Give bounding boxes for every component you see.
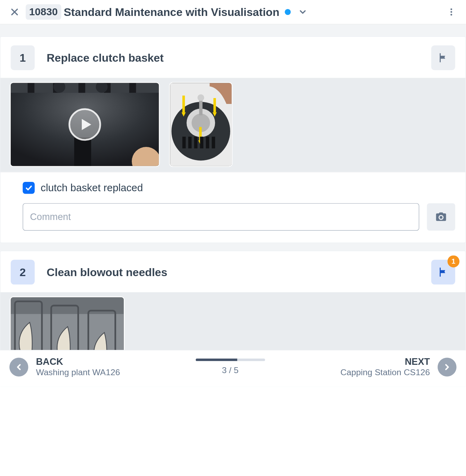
chevron-down-icon xyxy=(298,7,307,17)
comment-row xyxy=(23,203,455,231)
flag-button[interactable]: 1 xyxy=(431,260,455,285)
progress-fill xyxy=(196,359,237,361)
expand-button[interactable] xyxy=(296,6,309,18)
step-number: 2 xyxy=(11,260,35,285)
flag-icon xyxy=(437,266,449,278)
checkbox[interactable] xyxy=(23,182,35,194)
play-button[interactable] xyxy=(68,108,101,141)
svg-rect-31 xyxy=(188,136,192,148)
back-label: BACK xyxy=(36,356,120,368)
comment-input[interactable] xyxy=(23,203,419,231)
svg-point-4 xyxy=(450,14,452,16)
svg-point-23 xyxy=(198,94,204,101)
status-dot xyxy=(285,9,291,15)
clutch-assembly-image xyxy=(170,83,232,166)
svg-rect-9 xyxy=(78,83,85,93)
back-button[interactable] xyxy=(9,358,28,376)
flag-count-badge: 1 xyxy=(448,255,460,267)
svg-rect-11 xyxy=(129,83,136,93)
svg-rect-28 xyxy=(214,98,216,112)
svg-rect-30 xyxy=(182,136,186,148)
footer-progress: 3 / 5 xyxy=(120,359,340,375)
chevron-right-icon xyxy=(442,362,452,371)
svg-rect-7 xyxy=(28,83,35,93)
footer-nav: BACK Washing plant WA126 3 / 5 NEXT Capp… xyxy=(0,350,466,387)
task-header: 2 Clean blowout needles 1 xyxy=(0,251,465,292)
image-thumbnail[interactable] xyxy=(169,82,233,167)
camera-button[interactable] xyxy=(427,203,455,231)
close-button[interactable] xyxy=(7,4,22,19)
play-icon xyxy=(68,108,101,141)
flag-button[interactable] xyxy=(431,45,455,70)
more-vertical-icon xyxy=(447,7,456,17)
checkbox-label: clutch basket replaced xyxy=(41,182,143,194)
flag-icon xyxy=(437,52,449,64)
page-indicator: 3 / 5 xyxy=(222,365,239,375)
task-input-section: clutch basket replaced xyxy=(0,172,465,243)
svg-rect-35 xyxy=(212,136,215,148)
svg-rect-34 xyxy=(206,136,209,148)
next-nav[interactable]: NEXT Capping Station CS126 xyxy=(340,356,457,378)
page-title: Standard Maintenance with Visualisation xyxy=(64,5,279,18)
svg-rect-14 xyxy=(74,138,91,166)
camera-icon xyxy=(435,211,447,223)
video-thumbnail[interactable] xyxy=(10,82,159,167)
task-card: 1 Replace clutch basket xyxy=(0,36,466,243)
close-icon xyxy=(10,7,19,17)
back-nav[interactable]: BACK Washing plant WA126 xyxy=(9,356,120,378)
task-title: Clean blowout needles xyxy=(47,265,431,279)
task-title: Replace clutch basket xyxy=(47,51,431,64)
chevron-left-icon xyxy=(14,362,24,371)
back-sublabel: Washing plant WA126 xyxy=(36,368,120,377)
task-header: 1 Replace clutch basket xyxy=(0,37,465,78)
next-button[interactable] xyxy=(438,358,456,376)
svg-point-3 xyxy=(450,11,452,13)
checkbox-row: clutch basket replaced xyxy=(23,182,455,194)
step-number: 1 xyxy=(11,45,35,70)
svg-rect-33 xyxy=(200,136,204,148)
media-gallery xyxy=(0,78,465,172)
progress-bar xyxy=(196,359,265,361)
next-sublabel: Capping Station CS126 xyxy=(340,368,430,377)
record-id-badge: 10830 xyxy=(26,4,61,19)
check-icon xyxy=(25,184,33,192)
next-label: NEXT xyxy=(340,356,430,368)
more-menu-button[interactable] xyxy=(443,4,459,19)
content-area: 1 Replace clutch basket xyxy=(0,24,466,387)
svg-rect-24 xyxy=(182,96,185,112)
header-bar: 10830 Standard Maintenance with Visualis… xyxy=(0,0,466,24)
svg-rect-32 xyxy=(194,136,198,148)
svg-point-2 xyxy=(450,8,452,10)
